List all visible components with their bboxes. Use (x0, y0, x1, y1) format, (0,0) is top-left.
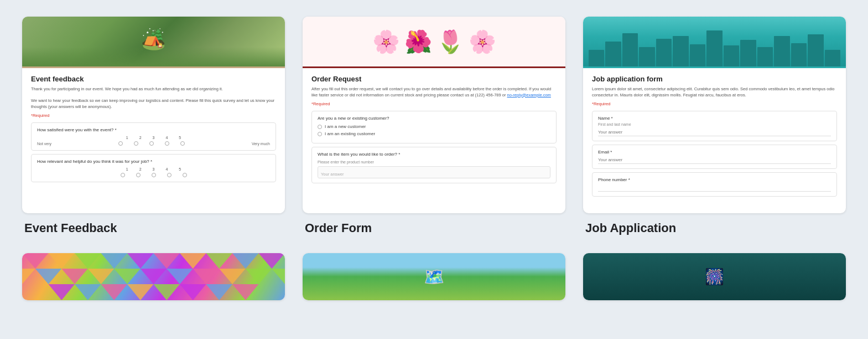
svg-marker-16 (193, 269, 220, 284)
building-12 (774, 36, 789, 66)
radio-existing-label: I am an existing customer (325, 131, 375, 136)
building-7 (690, 44, 705, 66)
svg-marker-27 (22, 269, 35, 284)
radio-9[interactable] (167, 173, 171, 177)
job-application-card[interactable]: Job application form Lorem ipsum dolor s… (583, 17, 846, 213)
building-15 (825, 50, 840, 66)
svg-marker-12 (88, 269, 115, 284)
map-header: 🗺️ (303, 253, 565, 300)
svg-marker-7 (206, 253, 233, 269)
map-icon: 🗺️ (424, 267, 444, 286)
order-header-image: 🌸 🌺 🌷 🌸 (303, 17, 565, 66)
svg-marker-28 (272, 269, 285, 284)
bottom-card-colorful[interactable] (22, 253, 285, 300)
svg-marker-2 (75, 253, 101, 269)
radio-10[interactable] (183, 173, 187, 177)
svg-marker-13 (114, 269, 141, 284)
building-3 (622, 33, 638, 66)
radio-2[interactable] (134, 141, 138, 146)
event-header-image (22, 17, 285, 66)
order-required-note: *Required (311, 101, 557, 106)
svg-marker-17 (219, 269, 246, 284)
building-9 (724, 45, 739, 66)
scale-min-label: Not very (37, 142, 51, 146)
event-question-2: How relevant and helpful do you think it… (37, 159, 270, 164)
event-feedback-label: Event Feedback (22, 221, 285, 235)
svg-marker-14 (141, 269, 167, 284)
city-skyline (583, 28, 846, 66)
svg-marker-22 (127, 284, 154, 300)
svg-marker-9 (259, 253, 285, 269)
order-form-body: Order Request After you fill out this or… (303, 68, 565, 213)
event-section-1: How satisfied were you with the event? *… (31, 122, 276, 151)
svg-marker-18 (246, 269, 272, 284)
svg-marker-5 (154, 253, 180, 269)
order-textarea[interactable]: Your answer (318, 166, 550, 178)
order-form-wrapper: 🌸 🌺 🌷 🌸 Order Request After you fill out… (303, 17, 565, 235)
radio-options-2[interactable] (37, 173, 270, 177)
bottom-card-fireworks[interactable]: 🎆 (583, 253, 846, 300)
scale-max-label: Very much (252, 142, 270, 146)
order-form-card[interactable]: 🌸 🌺 🌷 🌸 Order Request After you fill out… (303, 17, 565, 213)
job-email-label: Email * (598, 150, 831, 155)
job-phone-label: Phone number * (598, 177, 831, 182)
event-required-note: *Required (31, 113, 276, 118)
order-form-title: Order Request (311, 75, 557, 83)
svg-marker-10 (35, 269, 62, 284)
radio-1[interactable] (118, 141, 123, 146)
order-link[interactable]: no-reply@example.com (507, 93, 551, 97)
bottom-card-map[interactable]: 🗺️ (303, 253, 565, 300)
job-name-input[interactable] (598, 129, 831, 136)
event-feedback-card[interactable]: Event feedback Thank you for participati… (22, 17, 285, 213)
radio-3[interactable] (149, 141, 154, 146)
colorful-bg (22, 253, 285, 300)
svg-marker-26 (232, 284, 259, 300)
event-form-title: Event feedback (31, 75, 276, 83)
radio-4[interactable] (165, 141, 169, 146)
job-phone-input[interactable] (598, 184, 831, 192)
radio-new-label: I am a new customer (325, 124, 366, 129)
fireworks-header: 🎆 (583, 253, 846, 300)
svg-marker-20 (75, 284, 101, 300)
job-section-name: Name * First and last name (592, 111, 837, 141)
fireworks-icon: 🎆 (705, 268, 724, 286)
svg-marker-15 (167, 269, 193, 284)
building-13 (791, 43, 807, 66)
job-section-phone: Phone number * (592, 172, 837, 197)
job-application-wrapper: Job application form Lorem ipsum dolor s… (583, 17, 846, 235)
order-form-label: Order Form (303, 221, 565, 235)
building-8 (706, 30, 722, 66)
radio-7[interactable] (136, 173, 141, 177)
event-question-1: How satisfied were you with the event? * (37, 127, 270, 132)
job-section-email: Email * (592, 145, 837, 169)
building-11 (757, 47, 773, 66)
building-4 (639, 47, 654, 66)
radio-option-new-customer[interactable]: I am a new customer (318, 124, 550, 129)
svg-marker-19 (49, 284, 75, 300)
mosaic-svg (22, 253, 285, 300)
job-email-input[interactable] (598, 156, 831, 164)
bottom-card-3-wrapper: 🎆 (583, 253, 846, 300)
radio-options-1[interactable] (116, 141, 188, 146)
scale-row-1: Not very Very much (37, 141, 270, 146)
svg-marker-24 (180, 284, 206, 300)
bottom-grid: 🗺️ 🎆 (22, 253, 846, 300)
radio-option-existing-customer[interactable]: I am an existing customer (318, 131, 550, 136)
svg-marker-25 (206, 284, 233, 300)
building-10 (740, 40, 756, 66)
radio-8[interactable] (152, 173, 156, 177)
floral-decoration: 🌸 🌺 🌷 🌸 (372, 29, 496, 55)
building-6 (673, 36, 688, 66)
radio-6[interactable] (121, 173, 125, 177)
radio-new[interactable] (318, 125, 322, 129)
order-section-2: What is the item you would like to order… (311, 147, 557, 183)
bottom-card-1-wrapper (22, 253, 285, 300)
event-feedback-wrapper: Event feedback Thank you for participati… (22, 17, 285, 235)
scale-numbers-2: 1 2 3 4 5 (37, 167, 270, 171)
job-header-image (583, 17, 846, 66)
svg-marker-8 (232, 253, 259, 269)
radio-existing[interactable] (318, 132, 322, 136)
svg-marker-0 (22, 253, 49, 269)
order-question-2: What is the item you would like to order… (318, 152, 550, 157)
radio-5[interactable] (180, 141, 185, 146)
